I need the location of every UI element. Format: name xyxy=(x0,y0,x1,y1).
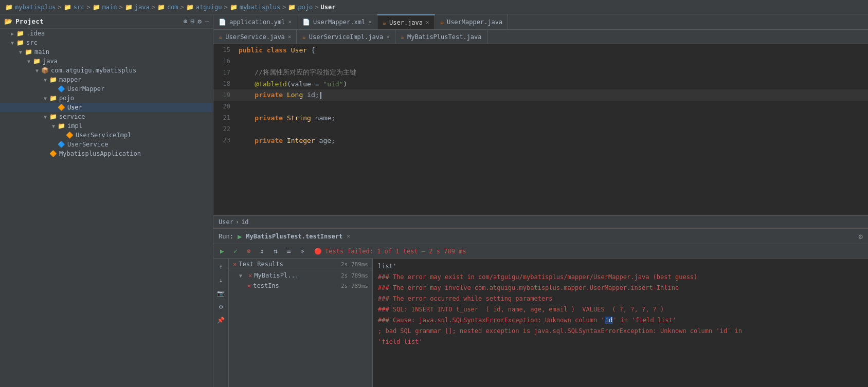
test-item-time-1: 2s 789ms xyxy=(341,272,368,279)
code-content-20 xyxy=(237,103,868,110)
sidebar-item-impl[interactable]: ▼ 📁 impl xyxy=(0,121,213,131)
tab-userserviceimpl-java[interactable]: ☕ UserServiceImpl.java ✕ xyxy=(297,30,395,44)
sidebar-item-com[interactable]: ▼ 📦 com.atguigu.mybatisplus xyxy=(0,66,213,75)
breadcrumb-item-9[interactable]: User xyxy=(321,4,336,11)
tree-label-main: main xyxy=(34,48,49,56)
tab-close-user-java[interactable]: ✕ xyxy=(426,19,429,26)
sidebar-item-main[interactable]: ▼ 📁 main xyxy=(0,47,213,57)
code-line-17: 17 //将属性所对应的字段指定为主键 xyxy=(213,67,868,78)
tab-usermapper-xml[interactable]: 📄 UserMapper.xml ✕ xyxy=(297,14,377,29)
breadcrumb-item-5[interactable]: com xyxy=(167,4,178,11)
collapse-icon[interactable]: ⊟ xyxy=(191,17,195,25)
test-results-label: Test Results xyxy=(239,261,283,268)
code-line-18: 18 @TableId(value = "uid") xyxy=(213,78,868,89)
run-stop-button[interactable]: ⊗ xyxy=(243,246,255,257)
tree-label-service: service xyxy=(59,113,85,120)
line-num-18: 18 xyxy=(213,80,237,87)
code-editor[interactable]: 15 public class User { 16 17 //将属性所对应的字段… xyxy=(213,44,868,215)
console-output[interactable]: list' ### The error may exist in com/atg… xyxy=(373,259,868,387)
tab-user-java[interactable]: ☕ User.java ✕ xyxy=(377,14,435,29)
tab-close-yml[interactable]: ✕ xyxy=(288,19,292,25)
tab-application-yml[interactable]: 📄 application.yml ✕ xyxy=(213,14,297,29)
test-item-testins[interactable]: ✕ testIns 2s 789ms xyxy=(229,281,372,291)
run-content: ↑ ↓ 📷 ⚙ 📌 ✕ Test Results 2s 789ms xyxy=(213,259,868,387)
tree-label-impl: impl xyxy=(67,122,82,130)
java-icon-userserviceimpl: ☕ xyxy=(302,33,305,41)
tree-arrow-idea: ▶ xyxy=(8,31,16,36)
run-more-button[interactable]: » xyxy=(297,246,308,257)
run-play-icon: ▶ xyxy=(238,232,242,241)
run-filter-button[interactable]: ≡ xyxy=(283,246,295,257)
test-item-mybatisflu[interactable]: ▼ ✕ MyBatisPl... 2s 789ms xyxy=(229,270,372,281)
run-close-button[interactable]: ✕ xyxy=(347,233,350,239)
tree-label-idea: .idea xyxy=(26,30,45,37)
folder-icon-pojo: 📁 xyxy=(49,95,57,102)
sidebar-item-service[interactable]: ▼ 📁 service xyxy=(0,112,213,121)
run-toolbar: ▶ ✓ ⊗ ↕ ⇅ ≡ » 🔴 Tests failed: 1 of 1 tes… xyxy=(213,244,868,259)
sidebar-item-mapper[interactable]: ▼ 📁 mapper xyxy=(0,75,213,84)
line-num-15: 15 xyxy=(213,46,237,53)
editor-breadcrumb-class: User xyxy=(219,218,233,226)
run-scroll-down-btn[interactable]: ↓ xyxy=(215,274,227,286)
breadcrumb-item-2[interactable]: src xyxy=(74,4,85,11)
run-settings-icon[interactable]: ⚙ xyxy=(859,232,863,241)
breadcrumb-item-6[interactable]: atguigu xyxy=(196,4,222,11)
tree-label-userservice: UserService xyxy=(67,141,108,148)
run-play-button[interactable]: ▶ xyxy=(216,246,228,257)
run-gear-btn[interactable]: ⚙ xyxy=(215,301,227,313)
sync-icon[interactable]: ⊕ xyxy=(184,17,188,25)
sidebar-item-usermapper[interactable]: 🔷 UserMapper xyxy=(0,84,213,94)
tab-label-yml: application.yml xyxy=(229,19,285,26)
test-results-sidebar: ✕ Test Results 2s 789ms ▼ ✕ MyBatisPl...… xyxy=(229,259,373,387)
tree-arrow-mapper: ▼ xyxy=(41,77,49,83)
tab-close-userservice-java[interactable]: ✕ xyxy=(288,33,292,40)
run-rerun-button[interactable]: ↕ xyxy=(257,246,268,257)
sidebar-item-userservice[interactable]: 🔷 UserService xyxy=(0,140,213,149)
tab-mybatisplustest-java[interactable]: ☕ MyBatisPlusTest.java xyxy=(395,30,487,44)
code-content-18: @TableId(value = "uid") xyxy=(237,80,868,88)
folder-icon-8: 📁 xyxy=(288,4,296,11)
sidebar-item-java[interactable]: ▼ 📁 java xyxy=(0,57,213,66)
tree-arrow-main: ▼ xyxy=(16,49,25,55)
tab-close-userserviceimpl-java[interactable]: ✕ xyxy=(386,33,390,40)
sidebar-item-mybatisplusapp[interactable]: 🔶 MybatisplusApplication xyxy=(0,149,213,158)
class-icon-mybatisplusapp: 🔶 xyxy=(49,150,57,157)
tree-arrow-impl: ▼ xyxy=(49,123,58,129)
run-test-name[interactable]: MyBatisPlusTest.testInsert xyxy=(246,233,342,240)
breadcrumb-item-4[interactable]: java xyxy=(135,4,150,11)
run-check-button[interactable]: ✓ xyxy=(230,246,241,257)
sidebar-item-user[interactable]: 🔶 User xyxy=(0,103,213,112)
settings-icon[interactable]: ⚙ xyxy=(197,17,202,25)
code-content-22 xyxy=(237,125,868,133)
tab-close-usermapper-xml[interactable]: ✕ xyxy=(368,19,372,25)
run-status-text: Tests failed: 1 of 1 test – 2 s 789 ms xyxy=(325,248,466,255)
tab-userservice-java[interactable]: ☕ UserService.java ✕ xyxy=(213,30,297,44)
run-label: Run: xyxy=(219,233,233,240)
test-error-icon: ✕ xyxy=(248,272,252,279)
tree-label-src: src xyxy=(26,39,38,46)
breadcrumb-item-7[interactable]: mybatisplus xyxy=(240,4,280,11)
run-sort-button[interactable]: ⇅ xyxy=(270,246,281,257)
editor-breadcrumb-field: id xyxy=(241,218,248,226)
editor-breadcrumb: User › id xyxy=(213,215,868,228)
close-icon[interactable]: — xyxy=(205,17,209,25)
folder-icon-5: 📁 xyxy=(157,4,165,11)
tree-label-mybatisplusapp: MybatisplusApplication xyxy=(59,150,141,157)
breadcrumb: 📁 mybatisplus > 📁 src > 📁 main > 📁 java … xyxy=(0,0,868,14)
breadcrumb-item-1[interactable]: mybatisplus xyxy=(15,4,56,11)
sidebar-item-userserviceimpl[interactable]: 🔶 UserServiceImpl xyxy=(0,131,213,140)
sidebar-item-idea[interactable]: ▶ 📁 .idea xyxy=(0,29,213,38)
class-icon-userserviceimpl: 🔶 xyxy=(66,132,74,139)
run-camera-btn[interactable]: 📷 xyxy=(215,287,227,300)
tab-usermapper-java[interactable]: ☕ UserMapper.java xyxy=(435,14,509,29)
sidebar-item-pojo[interactable]: ▼ 📁 pojo xyxy=(0,94,213,103)
sidebar-item-src[interactable]: ▼ 📁 src xyxy=(0,38,213,47)
folder-icon-src: 📁 xyxy=(16,39,24,46)
run-scroll-up-btn[interactable]: ↑ xyxy=(215,261,227,273)
breadcrumb-item-3[interactable]: main xyxy=(102,4,117,11)
tab-bar-row2: ☕ UserService.java ✕ ☕ UserServiceImpl.j… xyxy=(213,30,868,44)
breadcrumb-item-8[interactable]: pojo xyxy=(298,4,313,11)
tree-label-userserviceimpl: UserServiceImpl xyxy=(76,132,131,139)
run-pin-btn[interactable]: 📌 xyxy=(215,314,227,326)
tree-label-pojo: pojo xyxy=(59,95,74,102)
